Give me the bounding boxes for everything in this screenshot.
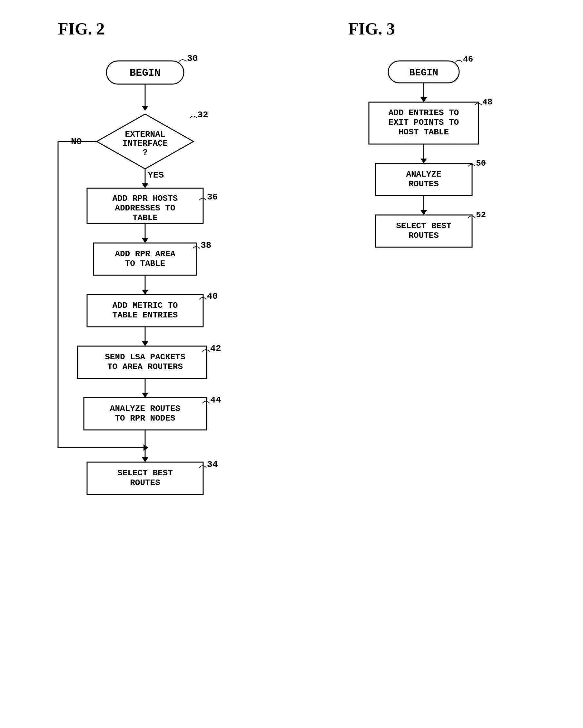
svg-marker-2 <box>142 106 148 111</box>
add-metric-line2: TABLE ENTRIES <box>112 310 178 320</box>
ref-38: 38 <box>201 240 211 251</box>
svg-marker-18 <box>144 444 148 451</box>
fig3-section: FIG. 3 BEGIN 46 ADD ENTRIES TO EXIT POIN… <box>309 13 564 702</box>
svg-marker-4 <box>142 183 148 188</box>
fig3-analyze-line1: ANALYZE <box>406 170 441 179</box>
analyze-routes-line1: ANALYZE ROUTES <box>110 404 180 414</box>
ref-46: 46 <box>463 54 473 64</box>
ref-50: 50 <box>476 159 486 168</box>
fig2-section: FIG. 2 BEGIN 30 EXTERNAL INTERFACE ? 32 … <box>19 13 309 702</box>
add-entries-line3: HOST TABLE <box>399 127 449 137</box>
fig2-title: FIG. 2 <box>58 19 104 38</box>
page: FIG. 2 BEGIN 30 EXTERNAL INTERFACE ? 32 … <box>0 0 583 715</box>
svg-marker-10 <box>142 341 148 346</box>
ref-52: 52 <box>476 210 486 220</box>
add-rpr-area-line2: TO TABLE <box>125 259 166 268</box>
ref-34: 34 <box>207 460 218 470</box>
fig2-flowchart: BEGIN 30 EXTERNAL INTERFACE ? 32 NO YES <box>32 51 297 696</box>
ref-36: 36 <box>207 192 218 202</box>
ref-32: 32 <box>197 110 208 120</box>
svg-marker-12 <box>142 393 148 398</box>
send-lsa-line2: TO AREA ROUTERS <box>107 362 183 371</box>
fig3-title: FIG. 3 <box>348 19 395 38</box>
add-rpr-hosts-line2: ADDRESSES TO <box>115 203 175 213</box>
decision-line3: ? <box>143 148 148 157</box>
ref-48: 48 <box>482 97 492 107</box>
add-entries-line2: EXIT POINTS TO <box>388 118 459 127</box>
ref-40: 40 <box>207 291 218 301</box>
select-best-line1: SELECT BEST <box>117 468 173 478</box>
fig3-select-line2: ROUTES <box>409 231 439 240</box>
select-best-line2: ROUTES <box>130 478 160 488</box>
svg-marker-21 <box>421 97 427 102</box>
analyze-routes-line2: TO RPR NODES <box>115 414 175 423</box>
decision-line1: EXTERNAL <box>125 130 166 139</box>
add-rpr-hosts-line3: TABLE <box>132 213 158 223</box>
send-lsa-line1: SEND LSA PACKETS <box>105 352 185 362</box>
add-entries-line1: ADD ENTRIES TO <box>388 108 459 118</box>
svg-marker-23 <box>421 159 427 163</box>
add-metric-line1: ADD METRIC TO <box>112 301 178 310</box>
svg-marker-25 <box>421 210 427 215</box>
add-rpr-area-line1: ADD RPR AREA <box>115 249 175 259</box>
fig3-select-line1: SELECT BEST <box>396 221 452 231</box>
ref-30: 30 <box>187 53 198 63</box>
begin-label: BEGIN <box>130 67 160 79</box>
fig3-flowchart: BEGIN 46 ADD ENTRIES TO EXIT POINTS TO H… <box>337 51 537 341</box>
ref-44: 44 <box>210 395 221 405</box>
fig3-analyze-line2: ROUTES <box>409 179 439 189</box>
svg-marker-8 <box>142 290 148 294</box>
yes-label: YES <box>148 170 164 180</box>
svg-marker-6 <box>142 238 148 243</box>
add-rpr-hosts-line1: ADD RPR HOSTS <box>112 194 178 203</box>
fig3-begin-label: BEGIN <box>409 67 438 78</box>
decision-line2: INTERFACE <box>123 138 168 148</box>
ref-42: 42 <box>210 343 221 354</box>
svg-marker-14 <box>142 457 148 462</box>
